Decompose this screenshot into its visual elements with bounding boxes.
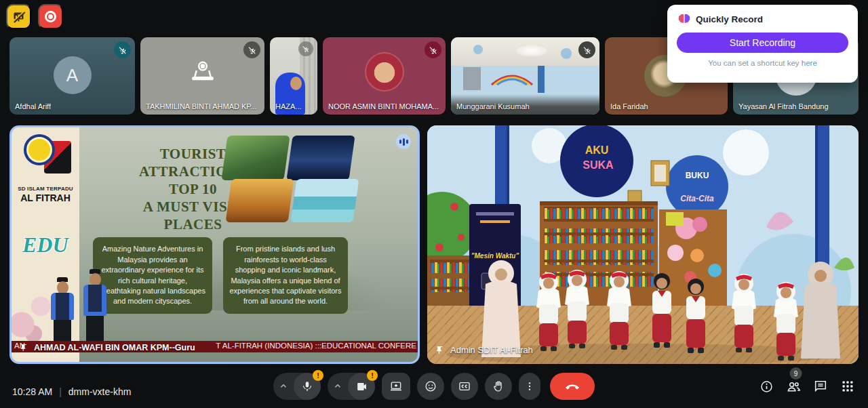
chat-button[interactable] <box>807 373 834 400</box>
presenter-student <box>51 277 74 351</box>
mic-muted-icon <box>114 41 131 58</box>
presentation-off-extension-button[interactable] <box>6 4 31 29</box>
photo-collage <box>224 136 353 224</box>
participant-name: Yayasan Al Fitrah Bandung <box>738 102 829 110</box>
reactions-button[interactable] <box>417 373 444 400</box>
photo-beach <box>291 179 359 222</box>
pin-icon <box>20 344 28 352</box>
participant-name: Munggarani Kusumah <box>456 102 530 110</box>
separator: | <box>59 386 62 397</box>
mic-muted-icon <box>243 41 260 58</box>
shortcut-hint: You can set a shortcut key here <box>667 59 858 67</box>
org-name-line1: SD ISLAM TERPADU <box>12 186 79 192</box>
info-icon <box>760 380 774 394</box>
quickly-record-popup: Quickly Record Start Recording You can s… <box>667 5 858 83</box>
apps-grid-icon <box>841 380 854 393</box>
mic-muted-icon <box>578 41 595 58</box>
presenter-student <box>83 269 106 351</box>
slide-textbox-2: From pristine islands and lush rainfores… <box>223 237 348 314</box>
present-screen-icon <box>389 380 403 393</box>
meeting-details-button[interactable] <box>753 373 780 400</box>
slide-textbox-1: Amazing Nature Adventures in Malaysia pr… <box>93 237 212 314</box>
tile-name-label: AHMAD AL-WAFI BIN OMAR KPM--Guru <box>20 343 195 352</box>
start-recording-button[interactable]: Start Recording <box>677 33 848 53</box>
shortcut-hint-text: You can set a shortcut key <box>708 59 802 67</box>
slide: SD ISLAM TERPADU AL FITRAH EDU TOURIST A… <box>12 127 418 362</box>
emoji-icon <box>424 380 437 393</box>
more-vertical-icon <box>524 381 535 392</box>
participant-count-badge: 9 <box>790 367 802 380</box>
flower-art <box>9 282 55 343</box>
mic-control-group: ! <box>273 373 321 400</box>
end-call-icon <box>564 378 580 394</box>
record-icon <box>45 11 56 22</box>
meeting-meta: 10:28 AM | dmm-vxte-khm <box>12 386 131 397</box>
popup-title: Quickly Record <box>696 14 763 24</box>
mural-text-cita: Cita-Cita <box>680 194 714 203</box>
camera-control-group: ! <box>328 373 375 400</box>
camera-button[interactable]: ! <box>348 373 375 400</box>
mic-muted-icon <box>298 41 313 56</box>
people-button[interactable]: 9 <box>780 373 807 400</box>
record-extension-button[interactable] <box>38 4 63 29</box>
mic-options-chevron[interactable] <box>273 373 294 400</box>
meeting-code: dmm-vxte-khm <box>68 386 132 397</box>
mic-icon <box>301 380 313 392</box>
participant-name: HAZA... <box>275 102 302 110</box>
device-icon <box>188 56 218 86</box>
classroom-video-tile[interactable]: AKU SUKA BUKU Cita-Cita <box>427 125 859 364</box>
org-name-line2: AL FITRAH <box>12 192 79 203</box>
camera-warning-badge: ! <box>367 370 378 381</box>
chevron-up-icon <box>279 382 288 391</box>
pin-icon <box>435 346 445 355</box>
hand-icon <box>492 380 505 393</box>
participant-name: Ida Faridah <box>610 102 648 110</box>
chevron-up-icon <box>333 382 342 391</box>
photo-cable-car <box>221 136 290 180</box>
photo-temple <box>226 179 294 222</box>
tile-name-label: Admin SDIT Al-Fitrah <box>435 345 533 355</box>
mural-text-buku: BUKU <box>686 171 709 180</box>
mural-text-aku: AKU <box>585 144 609 156</box>
photo-towers <box>286 136 355 180</box>
avatar: A <box>54 56 92 94</box>
shortcut-here-link[interactable]: here <box>802 59 817 67</box>
present-screen-button[interactable] <box>382 373 410 400</box>
raise-hand-button[interactable] <box>485 373 512 400</box>
participant-tile[interactable]: NOOR ASMIN BINTI MOHAMA... <box>323 37 446 115</box>
participant-tile[interactable]: TAKHMILINA BINTI AHMAD KP... <box>140 37 264 115</box>
people-icon <box>786 379 802 394</box>
panel-controls: 9 <box>753 373 861 400</box>
more-options-button[interactable] <box>519 373 540 400</box>
mural-text-suka: SUKA <box>583 159 614 171</box>
chat-icon <box>813 379 828 394</box>
camera-options-chevron[interactable] <box>328 373 348 400</box>
participant-name: TAKHMILINA BINTI AHMAD KP... <box>146 102 256 110</box>
mic-button[interactable]: ! <box>294 373 321 400</box>
edu-text: EDU <box>22 232 68 258</box>
school-logo <box>24 134 73 182</box>
presentation-tile[interactable]: SD ISLAM TERPADU AL FITRAH EDU TOURIST A… <box>9 125 420 364</box>
captions-icon <box>458 380 471 393</box>
participant-name: Afdhal Ariff <box>15 102 51 110</box>
banner-text: "Mesin Waktu" <box>471 252 519 260</box>
participant-name: NOOR ASMIN BINTI MOHAMA... <box>328 102 439 110</box>
meet-window: A Afdhal Ariff TAKHMILINA BINTI AHMAD KP… <box>0 0 868 408</box>
captions-button[interactable] <box>451 373 478 400</box>
activities-button[interactable] <box>834 373 861 400</box>
mic-muted-icon <box>425 41 441 58</box>
participant-tile[interactable]: A Afdhal Ariff <box>9 37 135 115</box>
presentation-off-icon <box>12 9 26 24</box>
mic-warning-badge: ! <box>313 370 323 381</box>
brain-icon <box>678 14 690 24</box>
end-call-button[interactable] <box>550 373 595 400</box>
participant-tile[interactable]: HAZA... <box>270 37 317 115</box>
videocam-icon <box>355 380 368 393</box>
classroom-photo: AKU SUKA BUKU Cita-Cita <box>427 125 859 364</box>
call-controls: ! ! <box>273 373 595 400</box>
audio-level-indicator <box>396 134 411 149</box>
participant-tile[interactable]: Munggarani Kusumah <box>451 37 599 115</box>
clock-time: 10:28 AM <box>12 386 52 397</box>
avatar-photo <box>365 52 404 91</box>
